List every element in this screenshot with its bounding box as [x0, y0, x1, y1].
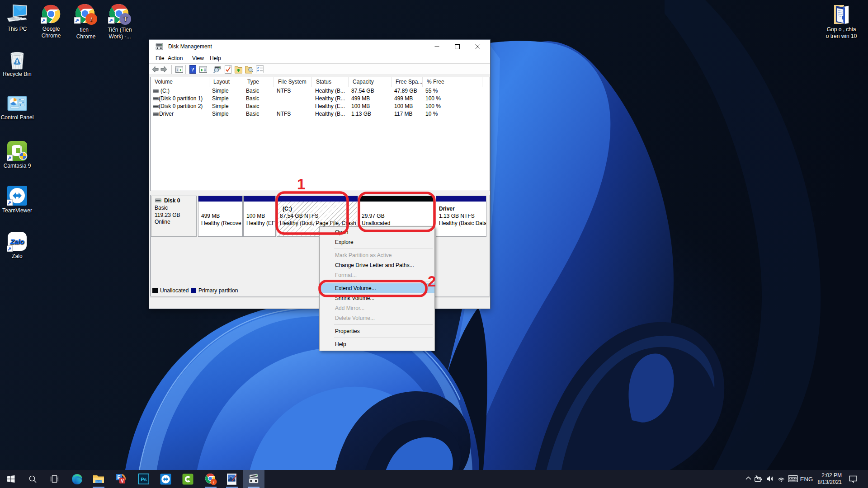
svg-text:?: ? — [191, 66, 194, 73]
svg-text:T: T — [123, 15, 127, 23]
svg-text:V: V — [121, 479, 124, 483]
svg-text:Ps: Ps — [141, 477, 146, 482]
svg-text:Zalo: Zalo — [10, 238, 24, 245]
